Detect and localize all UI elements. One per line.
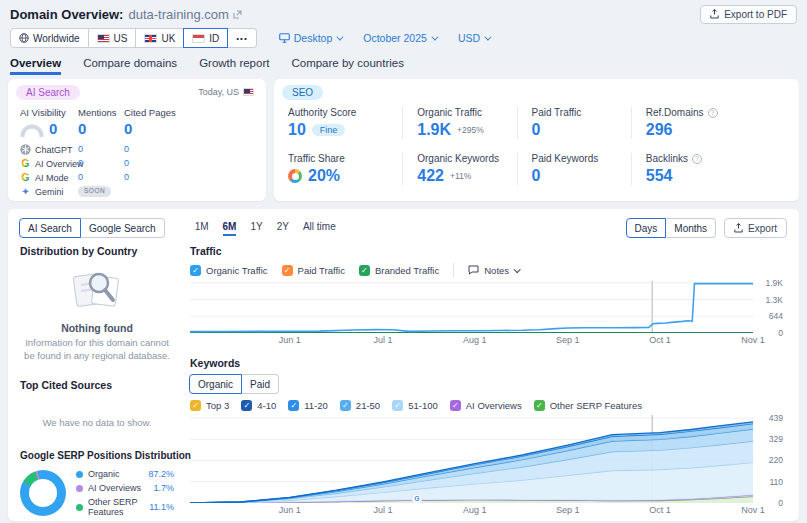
checkbox-checked-icon: ✓ bbox=[241, 400, 252, 411]
top-bar: Domain Overview: duta-training.com Expor… bbox=[0, 0, 807, 49]
chatgpt-cited[interactable]: 0 bbox=[124, 144, 254, 155]
notes-dropdown[interactable]: Notes bbox=[468, 265, 519, 276]
legend-21-50[interactable]: ✓ 21-50 bbox=[340, 400, 380, 411]
traffic-share-donut-icon bbox=[288, 169, 302, 183]
seo-card: SEO Authority Score 10 Fine Organic Traf… bbox=[274, 79, 799, 201]
authority-score-value[interactable]: 10 bbox=[288, 121, 306, 139]
region-us-button[interactable]: US bbox=[89, 28, 137, 48]
export-to-pdf-button[interactable]: Export to PDF bbox=[700, 5, 797, 24]
ai-mode-mentions[interactable]: 0 bbox=[78, 172, 124, 183]
range-1y[interactable]: 1Y bbox=[250, 221, 262, 236]
export-icon bbox=[710, 9, 719, 19]
seo-badge: SEO bbox=[282, 85, 323, 100]
region-id-button[interactable]: ID bbox=[183, 28, 228, 48]
ai-overview-mentions[interactable]: 0 bbox=[78, 158, 124, 169]
ai-overview-cited[interactable]: 0 bbox=[124, 158, 254, 169]
region-uk-button[interactable]: UK bbox=[136, 28, 184, 48]
filters-row: Worldwide US UK ID ••• bbox=[10, 27, 797, 49]
legend-branded-traffic[interactable]: ✓ Branded Traffic bbox=[359, 265, 439, 276]
chevron-down-icon bbox=[431, 33, 438, 40]
device-dropdown[interactable]: Desktop bbox=[279, 32, 342, 44]
tab-overview[interactable]: Overview bbox=[10, 57, 61, 75]
range-1m[interactable]: 1M bbox=[195, 221, 209, 236]
paid-traffic-value[interactable]: 0 bbox=[532, 121, 631, 139]
authority-score-fine-badge: Fine bbox=[312, 124, 346, 136]
date-range-tabs: 1M 6M 1Y 2Y All time bbox=[195, 221, 336, 236]
google-search-toggle-button[interactable]: Google Search bbox=[81, 218, 165, 238]
legend-11-20[interactable]: ✓ 11-20 bbox=[288, 400, 328, 411]
legend-other-serp-features[interactable]: ✓ Other SERP Features bbox=[534, 400, 642, 411]
granularity-toggle: Days Months bbox=[627, 218, 717, 238]
checkbox-checked-icon: ✓ bbox=[288, 400, 299, 411]
range-all-time[interactable]: All time bbox=[303, 221, 336, 236]
gemini-icon: ✦ bbox=[20, 186, 31, 197]
checkbox-checked-icon: ✓ bbox=[340, 400, 351, 411]
google-icon: G bbox=[20, 158, 31, 169]
domain-name: duta-training.com bbox=[128, 7, 228, 22]
export-button[interactable]: Export bbox=[724, 218, 787, 238]
legend-organic-traffic[interactable]: ✓ Organic Traffic bbox=[190, 265, 268, 276]
serp-legend-organic: Organic 87.2% bbox=[76, 469, 174, 479]
region-switcher: Worldwide US UK ID ••• bbox=[10, 28, 257, 48]
us-flag-icon bbox=[243, 88, 254, 96]
cited-pages-total: 0 bbox=[124, 121, 254, 137]
organic-keywords-toggle-button[interactable]: Organic bbox=[189, 374, 242, 394]
traffic-legend: ✓ Organic Traffic ✓ Paid Traffic ✓ Brand… bbox=[190, 263, 787, 277]
range-6m[interactable]: 6M bbox=[223, 221, 237, 236]
traffic-y-axis: 1.9K1.3K6440 bbox=[753, 281, 787, 333]
tab-compare-by-countries[interactable]: Compare by countries bbox=[291, 57, 404, 75]
top-cited-empty-text: We have no data to show. bbox=[20, 417, 174, 428]
distribution-by-country-title: Distribution by Country bbox=[20, 245, 174, 257]
mentions-total: 0 bbox=[78, 121, 124, 137]
paid-keywords-toggle-button[interactable]: Paid bbox=[242, 374, 279, 394]
currency-dropdown[interactable]: USD bbox=[458, 32, 489, 44]
region-worldwide-button[interactable]: Worldwide bbox=[10, 28, 89, 48]
mentions-header: Mentions bbox=[78, 107, 124, 118]
legend-ai-overviews[interactable]: ✓ AI Overviews bbox=[450, 400, 522, 411]
ref-domains-value[interactable]: 296 bbox=[646, 121, 785, 139]
ai-search-toggle-button[interactable]: AI Search bbox=[19, 218, 81, 238]
provider-ai-mode: G AI Mode bbox=[20, 172, 78, 183]
days-toggle-button[interactable]: Days bbox=[626, 218, 667, 238]
domain-overview-page: Domain Overview: duta-training.com Expor… bbox=[0, 0, 807, 523]
metric-paid-keywords: Paid Keywords 0 bbox=[517, 153, 631, 185]
legend-51-100[interactable]: ✓ 51-100 bbox=[392, 400, 438, 411]
chevron-down-icon bbox=[337, 33, 344, 40]
google-icon: G bbox=[20, 172, 31, 183]
metric-backlinks: Backlinks ? 554 bbox=[631, 153, 785, 185]
date-dropdown[interactable]: October 2025 bbox=[363, 32, 436, 44]
backlinks-value[interactable]: 554 bbox=[646, 167, 785, 185]
gemini-soon-badge: Soon bbox=[78, 186, 111, 197]
legend-4-10[interactable]: ✓ 4-10 bbox=[241, 400, 276, 411]
paid-keywords-value[interactable]: 0 bbox=[532, 167, 631, 185]
legend-paid-traffic[interactable]: ✓ Paid Traffic bbox=[282, 265, 345, 276]
info-icon[interactable]: ? bbox=[708, 108, 718, 118]
tab-growth-report[interactable]: Growth report bbox=[199, 57, 269, 75]
nothing-found-title: Nothing found bbox=[20, 322, 174, 334]
legend-top-3[interactable]: ✓ Top 3 bbox=[190, 400, 229, 411]
chevron-down-icon bbox=[484, 33, 491, 40]
tab-compare-domains[interactable]: Compare domains bbox=[83, 57, 177, 75]
organic-keywords-delta: +11% bbox=[450, 171, 471, 181]
traffic-chart[interactable]: 1.9K1.3K6440 bbox=[190, 281, 787, 333]
metric-organic-traffic: Organic Traffic 1.9K +295% bbox=[402, 107, 516, 139]
ai-visibility-total: 0 bbox=[20, 121, 78, 137]
external-link-icon[interactable] bbox=[233, 10, 242, 19]
globe-icon bbox=[19, 33, 29, 43]
svg-text:G: G bbox=[414, 495, 419, 502]
info-icon[interactable]: ? bbox=[692, 154, 702, 164]
traffic-share-value[interactable]: 20% bbox=[308, 167, 340, 185]
organic-keywords-value[interactable]: 422 bbox=[417, 167, 444, 185]
ai-mode-cited[interactable]: 0 bbox=[124, 172, 254, 183]
organic-traffic-value[interactable]: 1.9K bbox=[417, 121, 451, 139]
keywords-chart[interactable]: G 4393292201100 bbox=[190, 415, 787, 503]
range-2y[interactable]: 2Y bbox=[277, 221, 289, 236]
keywords-legend: ✓ Top 3 ✓ 4-10 ✓ 11-20 ✓ 21-50 bbox=[190, 400, 787, 411]
metric-paid-traffic: Paid Traffic 0 bbox=[517, 107, 631, 139]
more-regions-button[interactable]: ••• bbox=[228, 28, 256, 48]
provider-chatgpt: ChatGPT bbox=[20, 144, 78, 155]
checkbox-checked-icon: ✓ bbox=[190, 400, 201, 411]
months-toggle-button[interactable]: Months bbox=[666, 218, 716, 238]
chatgpt-mentions[interactable]: 0 bbox=[78, 144, 124, 155]
ai-provider-rows: ChatGPT 0 0 G AI Overview 0 0 G AI Mode bbox=[20, 144, 254, 197]
